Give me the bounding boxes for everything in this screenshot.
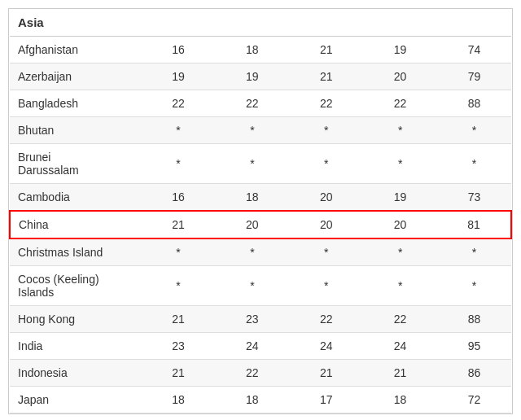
data-cell: 20 (215, 211, 289, 238)
data-cell: 95 (437, 333, 511, 360)
data-cell: * (215, 117, 289, 144)
table-row: Cocos (Keeling)Islands***** (10, 266, 511, 306)
country-cell: Azerbaijan (10, 63, 142, 90)
data-cell: 20 (289, 184, 363, 212)
data-cell: 22 (142, 90, 216, 117)
data-cell: 88 (437, 90, 511, 117)
data-cell: 20 (363, 63, 437, 90)
country-cell: Bangladesh (10, 90, 142, 117)
main-table-container: Asia Afghanistan1618211974Azerbaijan1919… (8, 8, 513, 414)
data-cell: 21 (142, 306, 216, 333)
country-cell: India (10, 333, 142, 360)
data-cell: * (289, 266, 363, 306)
data-cell: 74 (437, 37, 511, 63)
data-cell: 21 (289, 37, 363, 63)
country-cell: Cambodia (10, 184, 142, 212)
table-row: Azerbaijan1919212079 (10, 63, 511, 90)
data-cell: 17 (289, 387, 363, 413)
table-row: China2120202081 (10, 211, 511, 238)
table-row: Afghanistan1618211974 (10, 37, 511, 63)
data-cell: 23 (142, 333, 216, 360)
country-cell: Japan (10, 387, 142, 413)
data-cell: 19 (363, 37, 437, 63)
data-cell: 18 (215, 184, 289, 212)
region-header: Asia (10, 9, 511, 37)
data-cell: 23 (215, 306, 289, 333)
data-cell: * (437, 266, 511, 306)
data-cell: 22 (363, 90, 437, 117)
data-cell: 18 (363, 387, 437, 413)
data-cell: 88 (437, 306, 511, 333)
data-cell: 86 (437, 360, 511, 387)
data-cell: 22 (215, 90, 289, 117)
data-cell: 21 (363, 360, 437, 387)
data-cell: 22 (363, 306, 437, 333)
data-cell: * (363, 266, 437, 306)
table-row: Cambodia1618201973 (10, 184, 511, 212)
data-cell: 73 (437, 184, 511, 212)
data-cell: * (437, 144, 511, 184)
data-cell: 24 (363, 333, 437, 360)
data-cell: 16 (142, 37, 216, 63)
table-row: India2324242495 (10, 333, 511, 360)
country-cell: BruneiDarussalam (10, 144, 142, 184)
data-cell: 16 (142, 184, 216, 212)
data-cell: * (289, 117, 363, 144)
data-cell: 19 (363, 184, 437, 212)
table-row: Christmas Island***** (10, 238, 511, 266)
data-cell: * (142, 238, 216, 266)
data-cell: * (363, 117, 437, 144)
country-cell: Hong Kong (10, 306, 142, 333)
country-cell: Bhutan (10, 117, 142, 144)
table-row: Bhutan***** (10, 117, 511, 144)
table-row: BruneiDarussalam***** (10, 144, 511, 184)
data-cell: 18 (142, 387, 216, 413)
data-cell: * (289, 238, 363, 266)
data-cell: 21 (289, 360, 363, 387)
data-cell: * (289, 144, 363, 184)
data-cell: * (363, 238, 437, 266)
data-cell: * (437, 238, 511, 266)
country-cell: Cocos (Keeling)Islands (10, 266, 142, 306)
data-cell: * (142, 144, 216, 184)
data-cell: 21 (142, 360, 216, 387)
data-cell: 20 (363, 211, 437, 238)
data-cell: 81 (437, 211, 511, 238)
data-cell: 22 (289, 306, 363, 333)
data-cell: 79 (437, 63, 511, 90)
data-cell: 19 (215, 63, 289, 90)
data-cell: * (215, 238, 289, 266)
data-cell: * (215, 266, 289, 306)
data-cell: * (215, 144, 289, 184)
data-cell: 72 (437, 387, 511, 413)
country-cell: Christmas Island (10, 238, 142, 266)
data-cell: 18 (215, 387, 289, 413)
table-row: Indonesia2122212186 (10, 360, 511, 387)
data-cell: 21 (289, 63, 363, 90)
data-cell: * (437, 117, 511, 144)
data-cell: * (142, 117, 216, 144)
data-cell: * (142, 266, 216, 306)
data-cell: 18 (215, 37, 289, 63)
data-cell: 22 (215, 360, 289, 387)
data-table: Asia Afghanistan1618211974Azerbaijan1919… (9, 9, 512, 413)
data-cell: 24 (215, 333, 289, 360)
data-cell: 22 (289, 90, 363, 117)
country-cell: China (10, 211, 142, 238)
data-cell: 21 (142, 211, 216, 238)
data-cell: * (363, 144, 437, 184)
table-row: Hong Kong2123222288 (10, 306, 511, 333)
country-cell: Indonesia (10, 360, 142, 387)
data-cell: 19 (142, 63, 216, 90)
table-row: Bangladesh2222222288 (10, 90, 511, 117)
data-cell: 24 (289, 333, 363, 360)
table-row: Japan1818171872 (10, 387, 511, 413)
country-cell: Afghanistan (10, 37, 142, 63)
data-cell: 20 (289, 211, 363, 238)
